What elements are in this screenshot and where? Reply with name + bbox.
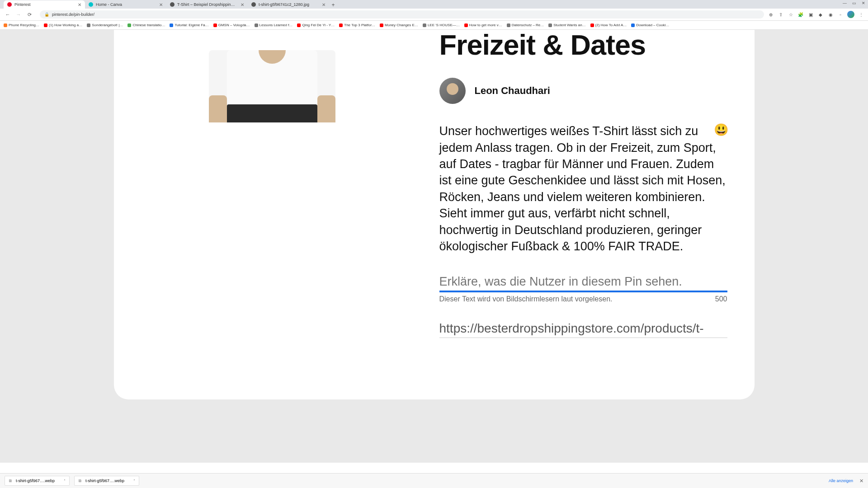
- window-close[interactable]: ✕: [862, 1, 865, 5]
- tab-tshirt-shop[interactable]: T-Shirt – Beispiel Dropshippin… ✕: [166, 0, 248, 9]
- share-icon[interactable]: ⇧: [778, 11, 784, 18]
- extension-icon[interactable]: ◉: [827, 11, 834, 18]
- tab-title: Pinterest: [14, 2, 76, 7]
- download-filename: t-shirt-g5f967….webp: [16, 479, 55, 483]
- pin-title[interactable]: Freizeit & Dates: [439, 30, 727, 60]
- bookmark-item[interactable]: Datenschutz – Re…: [507, 23, 544, 27]
- alt-text-field[interactable]: [439, 273, 727, 292]
- extension-icon[interactable]: 🧩: [797, 11, 804, 18]
- window-minimize[interactable]: —: [843, 1, 847, 5]
- description-wrap: Unser hochwertiges weißes T-Shirt lässt …: [439, 123, 727, 255]
- bookmark-item[interactable]: Download – Cooki…: [631, 23, 669, 27]
- alt-helper-text: Dieser Text wird von Bildschirmlesern la…: [439, 295, 613, 303]
- profile-avatar[interactable]: [847, 11, 854, 18]
- emoji-button[interactable]: 😃: [714, 123, 728, 137]
- pin-details-column: Freizeit & Dates Leon Chaudhari Unser ho…: [430, 30, 755, 372]
- chevron-up-icon[interactable]: ˄: [64, 479, 66, 483]
- bookmark-item[interactable]: Qing Fei De Yi - Y…: [297, 23, 335, 27]
- window-controls: — ▭ ✕: [843, 1, 865, 5]
- tab-strip: Pinterest ✕ Home - Canva ✕ T-Shirt – Bei…: [0, 0, 868, 9]
- bookmark-item[interactable]: LEE 'S HOUSE—…: [423, 23, 460, 27]
- file-icon: 🗎: [78, 479, 83, 483]
- browser-toolbar: ← → ⟳ 🔒 pinterest.de/pin-builder/ ⊕ ⇧ ☆ …: [0, 9, 868, 21]
- author-avatar[interactable]: [439, 78, 466, 104]
- close-icon[interactable]: ✕: [159, 2, 163, 7]
- close-icon[interactable]: ✕: [859, 478, 863, 484]
- extension-icon[interactable]: ▣: [807, 11, 814, 18]
- tab-image[interactable]: t-shirt-g5f96741c2_1280.jpg ✕: [248, 0, 329, 9]
- back-button[interactable]: ←: [4, 10, 12, 19]
- alt-helper-row: Dieser Text wird von Bildschirmlesern la…: [439, 295, 727, 303]
- bookmark-item[interactable]: Student Wants an…: [548, 23, 585, 27]
- favicon-icon: [89, 2, 93, 7]
- download-item[interactable]: 🗎 t-shirt-g5f967….webp ˄: [5, 476, 70, 486]
- menu-icon[interactable]: ⋮: [858, 11, 864, 18]
- chevron-up-icon[interactable]: ˄: [133, 479, 135, 483]
- bookmark-item[interactable]: Lessons Learned f…: [255, 23, 293, 27]
- tab-canva[interactable]: Home - Canva ✕: [85, 0, 166, 9]
- favicon-icon: [251, 2, 256, 7]
- tab-title: t-shirt-g5f96741c2_1280.jpg: [259, 2, 320, 7]
- new-tab-button[interactable]: +: [329, 1, 337, 9]
- close-icon[interactable]: ✕: [322, 2, 326, 7]
- url-text: pinterest.de/pin-builder/: [52, 12, 94, 17]
- bookmark-item[interactable]: Sonderangebot! |…: [87, 23, 123, 27]
- bookmark-item[interactable]: GMSN – Vologda…: [213, 23, 250, 27]
- favicon-icon: [7, 2, 12, 7]
- favicon-icon: [170, 2, 175, 7]
- star-icon[interactable]: ☆: [788, 11, 794, 18]
- window-maximize[interactable]: ▭: [852, 1, 856, 5]
- destination-link-input[interactable]: [439, 319, 727, 338]
- pin-image-preview[interactable]: [198, 30, 347, 122]
- reload-button[interactable]: ⟳: [25, 10, 33, 19]
- destination-link-field[interactable]: [439, 319, 727, 338]
- download-item[interactable]: 🗎 t-shirt-g5f967….webp ˄: [74, 476, 139, 486]
- bookmark-item[interactable]: Tutorial: Eigene Fa…: [170, 23, 208, 27]
- pin-builder-card: Freizeit & Dates Leon Chaudhari Unser ho…: [114, 30, 755, 399]
- page-content: Freizeit & Dates Leon Chaudhari Unser ho…: [0, 30, 868, 463]
- bookmark-item[interactable]: How to get more v…: [464, 23, 502, 27]
- alt-text-input[interactable]: [439, 273, 727, 291]
- bookmark-item[interactable]: Money Changes E…: [380, 23, 418, 27]
- forward-button[interactable]: →: [14, 10, 23, 19]
- extension-icon[interactable]: ◆: [817, 11, 824, 18]
- lock-icon: 🔒: [44, 12, 49, 17]
- alt-char-counter: 500: [715, 295, 727, 303]
- tab-title: T-Shirt – Beispiel Dropshippin…: [177, 2, 239, 7]
- download-filename: t-shirt-g5f967….webp: [85, 479, 124, 483]
- downloads-bar: 🗎 t-shirt-g5f967….webp ˄ 🗎 t-shirt-g5f96…: [0, 473, 868, 488]
- file-icon: 🗎: [9, 479, 13, 483]
- bookmark-item[interactable]: The Top 3 Platfor…: [339, 23, 375, 27]
- author-name: Leon Chaudhari: [475, 85, 550, 97]
- bookmark-item[interactable]: Phone Recycling…: [4, 23, 39, 27]
- pin-description[interactable]: Unser hochwertiges weißes T-Shirt lässt …: [439, 123, 727, 255]
- close-icon[interactable]: ✕: [78, 2, 81, 7]
- bookmarks-bar: Phone Recycling… (1) How Working a… Sond…: [0, 21, 868, 30]
- author-row: Leon Chaudhari: [439, 78, 727, 104]
- bookmark-item[interactable]: (1) How Working a…: [44, 23, 82, 27]
- extension-icon[interactable]: ▫: [837, 11, 844, 18]
- url-bar[interactable]: 🔒 pinterest.de/pin-builder/: [40, 10, 764, 19]
- close-icon[interactable]: ✕: [241, 2, 244, 7]
- tab-pinterest[interactable]: Pinterest ✕: [4, 0, 85, 9]
- bookmark-item[interactable]: (2) How To Add A…: [590, 23, 627, 27]
- install-icon[interactable]: ⊕: [768, 11, 774, 18]
- tab-title: Home - Canva: [96, 2, 157, 7]
- pin-image-column: [114, 30, 430, 372]
- show-all-downloads[interactable]: Alle anzeigen: [829, 479, 853, 483]
- bookmark-item[interactable]: Chinese translatio…: [127, 23, 165, 27]
